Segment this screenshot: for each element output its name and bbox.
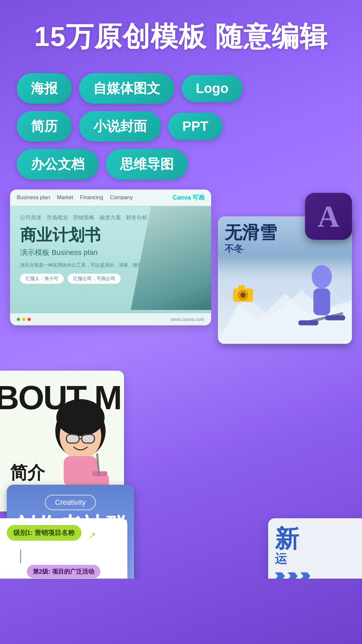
biz-dots <box>17 318 31 321</box>
tag-media[interactable]: 自媒体图文 <box>79 73 174 104</box>
ski-subtitle: 不冬 <box>225 243 277 255</box>
tags-row-2: 简历 小说封面 PPT <box>17 111 345 142</box>
top-cards-area: A Business plan Market Financing Company… <box>0 190 362 384</box>
creators-tag-pill: Creativity <box>45 495 96 510</box>
tag-mindmap[interactable]: 思维导图 <box>106 149 188 179</box>
tags-section: 海报 自媒体图文 Logo 简历 小说封面 PPT 办公文档 思维导图 <box>0 63 362 186</box>
new-card[interactable]: 新 运 Wom <box>268 518 362 579</box>
biz-nav-item-1: Business plan <box>17 195 50 201</box>
new-arrow-1 <box>275 572 285 579</box>
mindmap-content: 级别1: 营销项目名称 ↗ 第2级: 项目的广泛活动 示例：受众研究 第3级: … <box>0 518 127 579</box>
biz-card-footer: www.canva.com <box>10 313 211 325</box>
svg-rect-3 <box>313 288 330 315</box>
tag-logo[interactable]: Logo <box>182 75 243 102</box>
svg-rect-15 <box>82 434 95 443</box>
svg-point-9 <box>240 292 246 298</box>
mindmap-connector-1 <box>20 550 21 563</box>
tag-office[interactable]: 办公文档 <box>17 149 99 179</box>
new-arrow-3 <box>300 572 310 579</box>
biz-plan-card[interactable]: Business plan Market Financing Company C… <box>10 190 211 325</box>
adobe-letter: A <box>318 199 340 234</box>
new-card-title1: 新 <box>275 527 355 551</box>
new-card-content: 新 运 <box>268 518 362 579</box>
biz-tag-1: 汇报人：张小可 <box>20 274 64 284</box>
svg-point-13 <box>56 399 105 436</box>
ski-card-text: 无滑雪 不冬 <box>225 223 277 255</box>
svg-rect-6 <box>325 315 345 320</box>
biz-nav-item-3: Financing <box>80 195 103 201</box>
tags-row-3: 办公文档 思维导图 <box>17 149 345 179</box>
about-intro: 简介 <box>10 461 45 485</box>
biz-nav-item-2: Market <box>57 195 73 201</box>
creators-tag-area: Creativity <box>7 495 134 510</box>
biz-nav-item-4: Company <box>110 195 133 201</box>
dot-yellow <box>22 318 25 321</box>
tags-row-1: 海报 自媒体图文 Logo <box>17 73 345 104</box>
adobe-icon: A <box>305 193 352 240</box>
hero-section: 15万原创模板 随意编辑 <box>0 0 362 63</box>
biz-nav: Business plan Market Financing Company <box>17 195 133 201</box>
mindmap-card[interactable]: 级别1: 营销项目名称 ↗ 第2级: 项目的广泛活动 示例：受众研究 第3级: … <box>0 518 127 579</box>
mindmap-level1: 级别1: 营销项目名称 <box>7 525 81 541</box>
biz-card-body: 公司简述 市场规划 营销策略 融资方案 财务分析 内容总结 商业计划书 演示模板… <box>10 206 211 313</box>
mindmap-level2: 第2级: 项目的广泛活动 <box>27 565 100 578</box>
new-card-title2: 运 <box>275 551 355 567</box>
biz-url: www.canva.com <box>171 317 204 322</box>
svg-rect-5 <box>298 320 318 325</box>
bottom-cards-area: BOUT M <box>0 371 362 579</box>
cards-wrapper: A Business plan Market Financing Company… <box>0 186 362 579</box>
dot-green <box>17 318 20 321</box>
tag-poster[interactable]: 海报 <box>17 73 72 104</box>
svg-rect-14 <box>66 434 79 443</box>
svg-rect-10 <box>238 285 245 289</box>
mindmap-arrow-icon: ↗ <box>88 530 96 541</box>
tag-novel[interactable]: 小说封面 <box>79 111 161 142</box>
tag-resume[interactable]: 简历 <box>17 111 72 142</box>
new-arrows <box>275 572 355 579</box>
hero-title: 15万原创模板 随意编辑 <box>17 20 345 53</box>
dot-red <box>27 318 31 321</box>
canva-logo: Canva 可画 <box>173 194 204 202</box>
ski-title: 无滑雪 <box>225 223 277 242</box>
tag-ppt[interactable]: PPT <box>168 113 223 140</box>
biz-top-bar: Business plan Market Financing Company C… <box>10 190 211 206</box>
svg-point-2 <box>312 265 332 288</box>
new-arrow-2 <box>288 572 298 579</box>
biz-building <box>131 206 211 310</box>
biz-tag-2: 汇报公司：可画公司 <box>68 274 121 284</box>
